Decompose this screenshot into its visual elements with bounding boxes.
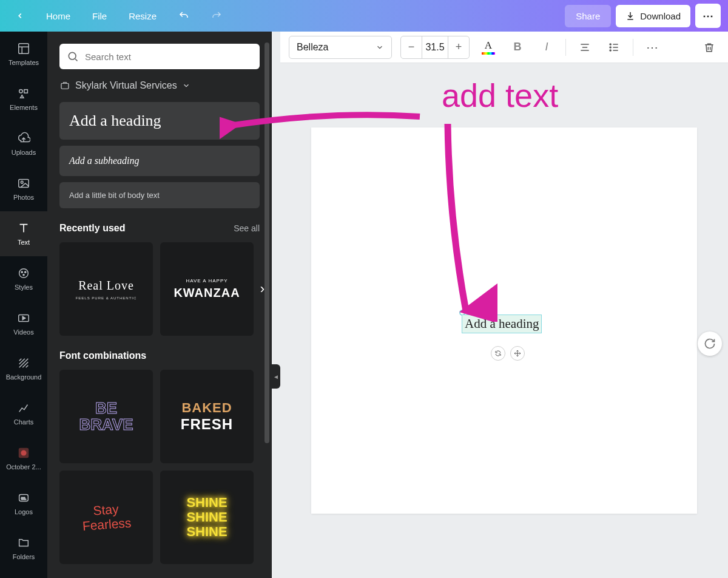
styles-icon	[17, 267, 30, 280]
next-thumbs-button[interactable]: ›	[260, 281, 265, 297]
more-text-options-button[interactable]: ⋯	[642, 37, 662, 58]
sidebar-item-label: Logos	[15, 508, 33, 515]
resize-label: Resize	[129, 11, 157, 21]
divider	[565, 39, 566, 56]
add-heading-label: Add a heading	[69, 112, 250, 130]
redo-button[interactable]	[203, 5, 231, 26]
bold-button[interactable]: B	[507, 37, 528, 58]
sidebar-item-label: Uploads	[12, 149, 36, 156]
thumb-text: SHINE	[186, 509, 227, 525]
more-button[interactable]: ⋯	[695, 4, 721, 28]
see-all-link[interactable]: See all	[234, 223, 260, 233]
chevron-right-icon: ›	[260, 281, 265, 296]
text-panel: Skylark Virtual Services Add a heading A…	[47, 32, 272, 578]
sidebar-item-design-folder[interactable]: October 2...	[0, 436, 47, 481]
add-subheading-button[interactable]: Add a subheading	[59, 146, 260, 176]
decrease-font-size-button[interactable]: −	[401, 36, 422, 58]
rotate-button[interactable]	[491, 346, 505, 361]
home-button[interactable]: Home	[38, 6, 79, 26]
sidebar-item-styles[interactable]: Styles	[0, 256, 47, 301]
element-floating-controls	[491, 346, 525, 361]
sidebar-item-uploads[interactable]: Uploads	[0, 121, 47, 166]
text-template-thumb[interactable]: Real Love FEELS PURE & AUTHENTIC	[59, 242, 153, 336]
thumb-text: BE	[95, 399, 117, 417]
svg-point-16	[610, 44, 611, 45]
brand-kit-dropdown[interactable]: Skylark Virtual Services	[59, 80, 260, 91]
search-input[interactable]	[85, 52, 252, 62]
sidebar-item-text[interactable]: Text	[0, 211, 47, 256]
svg-point-5	[19, 269, 29, 278]
font-size-input[interactable]	[422, 36, 448, 58]
text-template-thumb[interactable]: SHINESHINESHINE	[160, 471, 254, 564]
background-icon	[17, 356, 30, 370]
share-label: Share	[576, 11, 600, 21]
rainbow-bar-icon	[482, 52, 495, 55]
delete-button[interactable]	[699, 37, 720, 58]
font-combos-row-2: StayFearless SHINESHINESHINE	[59, 471, 260, 564]
divider	[633, 39, 633, 56]
chevron-down-icon	[376, 43, 384, 52]
svg-rect-15	[61, 83, 69, 89]
sidebar-item-charts[interactable]: Charts	[0, 391, 47, 436]
elements-icon	[17, 87, 30, 100]
editor-toolbar: Belleza − + A B I ⋯	[280, 32, 728, 63]
svg-point-17	[610, 47, 611, 48]
list-button[interactable]	[604, 37, 624, 58]
download-button[interactable]: Download	[616, 5, 690, 27]
sidebar-item-photos[interactable]: Photos	[0, 166, 47, 211]
font-combinations-header: Font combinations	[59, 350, 260, 361]
text-template-thumb[interactable]: BEBRAVE	[59, 370, 153, 463]
share-button[interactable]: Share	[565, 5, 611, 27]
sidebar-item-templates[interactable]: Templates	[0, 32, 47, 76]
chevron-left-icon	[16, 12, 24, 20]
charts-icon	[17, 401, 30, 415]
thumb-text: HAVE A HAPPY	[186, 278, 228, 284]
add-heading-button[interactable]: Add a heading	[59, 102, 260, 140]
font-combos-row-1: BEBRAVE BAKED FRESH	[59, 370, 260, 463]
text-align-button[interactable]	[575, 37, 595, 58]
brand-kit-icon	[59, 80, 70, 91]
undo-button[interactable]	[170, 5, 198, 26]
panel-scrollbar[interactable]	[265, 42, 269, 443]
photos-icon	[17, 177, 30, 190]
sidebar-item-logos[interactable]: co. Logos	[0, 481, 47, 526]
uploads-icon	[17, 132, 30, 145]
search-box[interactable]	[59, 44, 260, 69]
thumb-text: Stay	[92, 501, 119, 517]
collapse-panel-button[interactable]: ◄	[272, 364, 280, 389]
thumb-text: Fearless	[82, 515, 132, 533]
recently-used-row: Real Love FEELS PURE & AUTHENTIC HAVE A …	[59, 242, 260, 336]
sidebar-item-background[interactable]: Background	[0, 346, 47, 391]
increase-font-size-button[interactable]: +	[448, 36, 469, 58]
thumb-text: FEELS PURE & AUTHENTIC	[76, 296, 137, 300]
canvas-text-element[interactable]: Add a heading	[462, 314, 542, 333]
text-template-thumb[interactable]: BAKED FRESH	[160, 370, 254, 463]
file-button[interactable]: File	[84, 6, 115, 26]
thumb-text: BRAVE	[79, 415, 133, 433]
resize-button[interactable]: Resize	[120, 6, 165, 26]
ellipsis-icon: ⋯	[646, 40, 658, 55]
svg-point-18	[610, 50, 611, 51]
sidebar-item-label: Videos	[13, 328, 33, 336]
back-button[interactable]	[7, 7, 33, 25]
text-color-button[interactable]: A	[478, 37, 499, 58]
move-button[interactable]	[510, 346, 525, 361]
italic-button[interactable]: I	[536, 37, 557, 58]
text-template-thumb[interactable]: HAVE A HAPPY KWANZAA	[160, 242, 254, 336]
text-template-thumb[interactable]: StayFearless	[59, 471, 153, 564]
design-canvas[interactable]: Add a heading	[311, 127, 697, 514]
sidebar-item-folders[interactable]: Folders	[0, 526, 47, 571]
sidebar-item-label: Styles	[15, 284, 33, 291]
sidebar-item-label: Folders	[13, 553, 35, 560]
page-refresh-button[interactable]	[698, 332, 722, 356]
add-subheading-label: Add a subheading	[69, 155, 250, 166]
sidebar-item-elements[interactable]: Elements	[0, 76, 47, 121]
font-family-select[interactable]: Belleza	[289, 36, 392, 59]
redo-icon	[211, 10, 222, 21]
top-bar: Home File Resize Share Download ⋯	[0, 0, 728, 32]
sidebar-item-label: Elements	[10, 104, 38, 111]
canvas-area[interactable]: Add a heading	[280, 63, 728, 578]
text-icon	[17, 222, 30, 235]
sidebar-item-videos[interactable]: Videos	[0, 301, 47, 346]
add-body-text-button[interactable]: Add a little bit of body text	[59, 182, 260, 208]
